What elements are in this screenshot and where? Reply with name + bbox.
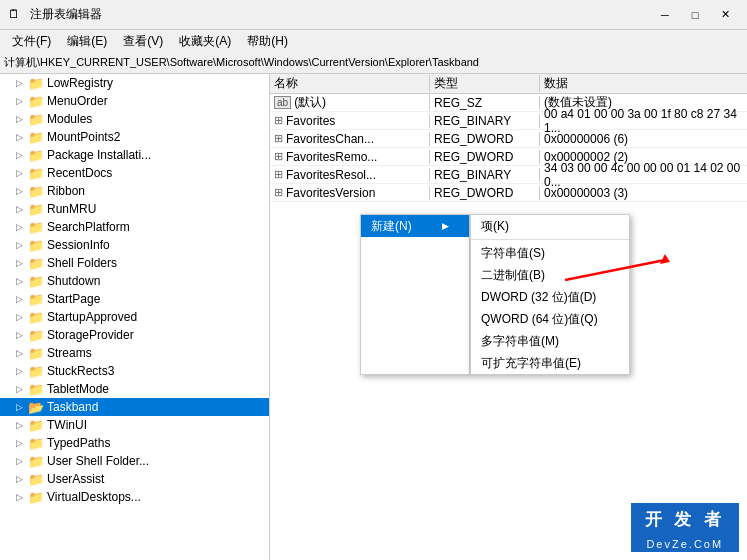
submenu-item-key[interactable]: 项(K) xyxy=(471,215,629,237)
folder-icon: 📁 xyxy=(28,309,44,325)
folder-icon: 📁 xyxy=(28,291,44,307)
maximize-button[interactable]: □ xyxy=(681,5,709,25)
tree-item-sessioninfo[interactable]: ▷ 📁 SessionInfo xyxy=(0,236,269,254)
tree-item-mountpoints2[interactable]: ▷ 📁 MountPoints2 xyxy=(0,128,269,146)
window-title: 注册表编辑器 xyxy=(30,6,102,23)
tree-item-startupapproved[interactable]: ▷ 📁 StartupApproved xyxy=(0,308,269,326)
folder-icon: 📁 xyxy=(28,327,44,343)
title-bar-left: 🗒 注册表编辑器 xyxy=(8,6,102,23)
table-row[interactable]: ⊞ Favorites REG_BINARY 00 a4 01 00 00 3a… xyxy=(270,112,747,130)
menu-help[interactable]: 帮助(H) xyxy=(239,31,296,52)
tree-label: Ribbon xyxy=(47,184,85,198)
expand-arrow: ▷ xyxy=(16,186,28,196)
binary-icon: ⊞ xyxy=(274,168,283,181)
expand-arrow: ▷ xyxy=(16,456,28,466)
expand-arrow: ▷ xyxy=(16,402,28,412)
tree-label: RecentDocs xyxy=(47,166,112,180)
col-header-name: 名称 xyxy=(270,75,430,92)
tree-item-searchplatform[interactable]: ▷ 📁 SearchPlatform xyxy=(0,218,269,236)
tree-label: Streams xyxy=(47,346,92,360)
tree-item-tabletmode[interactable]: ▷ 📁 TabletMode xyxy=(0,380,269,398)
tree-item-packageinstall[interactable]: ▷ 📁 Package Installati... xyxy=(0,146,269,164)
tree-item-shellfolders[interactable]: ▷ 📁 Shell Folders xyxy=(0,254,269,272)
menu-view[interactable]: 查看(V) xyxy=(115,31,171,52)
folder-icon: 📁 xyxy=(28,93,44,109)
tree-item-startpage[interactable]: ▷ 📁 StartPage xyxy=(0,290,269,308)
table-row[interactable]: ⊞ FavoritesResol... REG_BINARY 34 03 00 … xyxy=(270,166,747,184)
app-icon: 🗒 xyxy=(8,7,24,23)
folder-icon: 📁 xyxy=(28,453,44,469)
dword-icon: ⊞ xyxy=(274,132,283,145)
tree-item-stuckrects3[interactable]: ▷ 📁 StuckRects3 xyxy=(0,362,269,380)
expand-arrow: ▷ xyxy=(16,330,28,340)
expand-arrow: ▷ xyxy=(16,78,28,88)
folder-icon: 📁 xyxy=(28,237,44,253)
tree-item-lowregistry[interactable]: ▷ 📁 LowRegistry xyxy=(0,74,269,92)
folder-icon: 📁 xyxy=(28,273,44,289)
tree-label: VirtualDesktops... xyxy=(47,490,141,504)
menu-file[interactable]: 文件(F) xyxy=(4,31,59,52)
tree-item-recentdocs[interactable]: ▷ 📁 RecentDocs xyxy=(0,164,269,182)
tree-item-modules[interactable]: ▷ 📁 Modules xyxy=(0,110,269,128)
expand-arrow: ▷ xyxy=(16,312,28,322)
ctx-new-item[interactable]: 新建(N) ▶ xyxy=(361,215,469,237)
table-row[interactable]: ⊞ FavoritesVersion REG_DWORD 0x00000003 … xyxy=(270,184,747,202)
watermark-sub: DevZe.CoM xyxy=(631,536,739,552)
tree-label: TypedPaths xyxy=(47,436,110,450)
tree-item-virtualdesktops[interactable]: ▷ 📁 VirtualDesktops... xyxy=(0,488,269,506)
row-name: ab (默认) xyxy=(270,94,430,111)
minimize-button[interactable]: ─ xyxy=(651,5,679,25)
submenu-item-expandstring[interactable]: 可扩充字符串值(E) xyxy=(471,352,629,374)
tree-label: MountPoints2 xyxy=(47,130,120,144)
close-button[interactable]: ✕ xyxy=(711,5,739,25)
submenu-item-qword[interactable]: QWORD (64 位)值(Q) xyxy=(471,308,629,330)
tree-item-usershellfolder[interactable]: ▷ 📁 User Shell Folder... xyxy=(0,452,269,470)
submenu-item-string[interactable]: 字符串值(S) xyxy=(471,242,629,264)
tree-label: StorageProvider xyxy=(47,328,134,342)
expand-arrow: ▷ xyxy=(16,474,28,484)
right-panel: 名称 类型 数据 ab (默认) REG_SZ (数值未设置) ⊞ Favori… xyxy=(270,74,747,560)
tree-item-taskband[interactable]: ▷ 📂 Taskband xyxy=(0,398,269,416)
tree-label: Modules xyxy=(47,112,92,126)
submenu-item-dword[interactable]: DWORD (32 位)值(D) xyxy=(471,286,629,308)
watermark-container: 开 发 者 DevZe.CoM xyxy=(631,503,739,552)
context-menu-container: 新建(N) ▶ 项(K) 字符串值(S) 二进制值(B) DWORD (32 位… xyxy=(360,214,630,375)
tree-item-storageprovider[interactable]: ▷ 📁 StorageProvider xyxy=(0,326,269,344)
tree-label: Taskband xyxy=(47,400,98,414)
col-header-data: 数据 xyxy=(540,75,747,92)
tree-item-twinui[interactable]: ▷ 📁 TWinUI xyxy=(0,416,269,434)
menu-favorites[interactable]: 收藏夹(A) xyxy=(171,31,239,52)
tree-label: Shell Folders xyxy=(47,256,117,270)
row-type: REG_DWORD xyxy=(430,186,540,200)
folder-icon: 📁 xyxy=(28,147,44,163)
row-type: REG_BINARY xyxy=(430,114,540,128)
expand-arrow: ▷ xyxy=(16,294,28,304)
tree-label: TWinUI xyxy=(47,418,87,432)
row-name-label: FavoritesChan... xyxy=(286,132,374,146)
folder-open-icon: 📂 xyxy=(28,399,44,415)
context-menu[interactable]: 新建(N) ▶ xyxy=(360,214,470,375)
menu-edit[interactable]: 编辑(E) xyxy=(59,31,115,52)
main-content: ▷ 📁 LowRegistry ▷ 📁 MenuOrder ▷ 📁 Module… xyxy=(0,74,747,560)
table-row[interactable]: ⊞ FavoritesChan... REG_DWORD 0x00000006 … xyxy=(270,130,747,148)
folder-icon: 📁 xyxy=(28,471,44,487)
expand-arrow: ▷ xyxy=(16,348,28,358)
tree-item-runmru[interactable]: ▷ 📁 RunMRU xyxy=(0,200,269,218)
expand-arrow: ▷ xyxy=(16,438,28,448)
tree-panel[interactable]: ▷ 📁 LowRegistry ▷ 📁 MenuOrder ▷ 📁 Module… xyxy=(0,74,270,560)
submenu-item-binary[interactable]: 二进制值(B) xyxy=(471,264,629,286)
tree-label: Shutdown xyxy=(47,274,100,288)
folder-icon: 📁 xyxy=(28,435,44,451)
tree-label: SearchPlatform xyxy=(47,220,130,234)
tree-item-typedpaths[interactable]: ▷ 📁 TypedPaths xyxy=(0,434,269,452)
submenu-item-multistring[interactable]: 多字符串值(M) xyxy=(471,330,629,352)
tree-item-shutdown[interactable]: ▷ 📁 Shutdown xyxy=(0,272,269,290)
tree-item-ribbon[interactable]: ▷ 📁 Ribbon xyxy=(0,182,269,200)
menu-bar: 文件(F) 编辑(E) 查看(V) 收藏夹(A) 帮助(H) xyxy=(0,30,747,52)
tree-item-streams[interactable]: ▷ 📁 Streams xyxy=(0,344,269,362)
table-header: 名称 类型 数据 xyxy=(270,74,747,94)
submenu[interactable]: 项(K) 字符串值(S) 二进制值(B) DWORD (32 位)值(D) QW… xyxy=(470,214,630,375)
tree-label: StuckRects3 xyxy=(47,364,114,378)
tree-item-menuorder[interactable]: ▷ 📁 MenuOrder xyxy=(0,92,269,110)
tree-item-userassist[interactable]: ▷ 📁 UserAssist xyxy=(0,470,269,488)
